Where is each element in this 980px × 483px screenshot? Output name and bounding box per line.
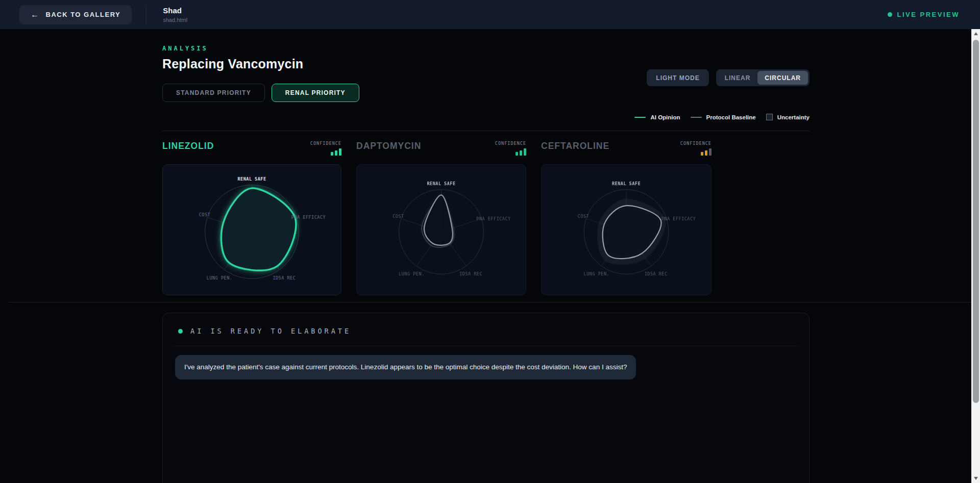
header-divider — [162, 131, 810, 131]
drug-cards-row: LINEZOLID CONFIDENCE RENAL SAFEPNA EFFIC… — [162, 141, 810, 295]
axis-label: COST — [393, 214, 404, 219]
axis-label: LUNG PEN. — [399, 271, 425, 276]
confidence-bars-icon — [680, 148, 712, 156]
legend-label: Protocol Baseline — [706, 114, 756, 120]
live-preview-label: LIVE PREVIEW — [897, 11, 960, 18]
axis-label: COST — [578, 214, 589, 219]
scrollbar-up-arrow-icon[interactable] — [974, 32, 978, 35]
topbar: ← BACK TO GALLERY Shad shad.html LIVE PR… — [0, 0, 980, 29]
legend-label: Uncertainty — [777, 114, 810, 120]
confidence-bar — [705, 150, 707, 156]
drug-name: LINEZOLID — [162, 141, 214, 151]
confidence-bars-icon — [495, 148, 526, 156]
drug-name: DAPTOMYCIN — [356, 141, 421, 151]
ai-message-bubble: I've analyzed the patient's case against… — [175, 355, 636, 379]
radar-chart-linezolid: RENAL SAFEPNA EFFICACYIDSA RECLUNG PEN.C… — [162, 164, 341, 295]
standard-priority-button[interactable]: STANDARD PRIORITY — [162, 84, 265, 102]
ai-opinion-path — [424, 195, 453, 245]
axis-label: IDSA REC — [273, 275, 296, 281]
confidence-label: CONFIDENCE — [310, 141, 341, 146]
priority-buttons: STANDARD PRIORITY RENAL PRIORITY — [162, 84, 810, 102]
confidence-bar — [331, 152, 333, 156]
radar-chart-daptomycin: RENAL SAFEPNA EFFICACYIDSA RECLUNG PEN.C… — [356, 164, 526, 295]
page-filename: shad.html — [163, 17, 187, 23]
chart-legend: AI Opinion Protocol Baseline Uncertainty — [162, 114, 810, 120]
scrollbar-down-arrow-icon[interactable] — [974, 477, 978, 480]
main-area: ANALYSIS Replacing Vancomycin LIGHT MODE… — [0, 29, 971, 483]
radar-chart-ceftaroline: RENAL SAFEPNA EFFICACYIDSA RECLUNG PEN.C… — [541, 164, 712, 295]
legend-ai-opinion: AI Opinion — [634, 114, 680, 120]
topbar-divider — [146, 6, 146, 24]
protocol-baseline-line-swatch — [691, 117, 702, 118]
legend-label: AI Opinion — [650, 114, 680, 120]
drug-card-ceftaroline[interactable]: CEFTAROLINE CONFIDENCE RENAL SAFEPNA EFF… — [541, 141, 712, 295]
confidence-bar — [520, 150, 522, 156]
confidence-label: CONFIDENCE — [495, 141, 526, 146]
back-to-gallery-button[interactable]: ← BACK TO GALLERY — [19, 5, 132, 24]
ai-ready-dot-icon — [178, 329, 183, 334]
axis-label: PNA EFFICACY — [662, 216, 696, 221]
drug-name: CEFTAROLINE — [541, 141, 609, 151]
renal-priority-button[interactable]: RENAL PRIORITY — [272, 84, 359, 102]
topbar-titles: Shad shad.html — [163, 6, 187, 23]
axis-label: IDSA REC — [459, 271, 482, 276]
confidence-bar — [516, 152, 518, 156]
legend-uncertainty: Uncertainty — [766, 114, 810, 120]
chat-status-header: AI IS READY TO ELABORATE — [174, 313, 798, 346]
confidence-label: CONFIDENCE — [680, 141, 712, 146]
light-mode-button[interactable]: LIGHT MODE — [647, 69, 708, 86]
axis-label: RENAL SAFE — [427, 181, 455, 186]
back-arrow-icon: ← — [31, 10, 40, 19]
legend-protocol-baseline: Protocol Baseline — [691, 114, 756, 120]
scrollbar-thumb[interactable] — [973, 40, 979, 403]
confidence-bars-icon — [310, 148, 341, 156]
axis-label: LUNG PEN. — [207, 275, 233, 281]
axis-label: PNA EFFICACY — [476, 216, 510, 221]
toggle-option-linear[interactable]: LINEAR — [718, 71, 758, 85]
drug-card-linezolid[interactable]: LINEZOLID CONFIDENCE RENAL SAFEPNA EFFIC… — [162, 141, 341, 295]
view-controls: LIGHT MODE LINEAR CIRCULAR — [647, 69, 810, 86]
axis-label: RENAL SAFE — [237, 176, 266, 182]
page-title: Shad — [163, 6, 187, 15]
axis-label: PNA EFFICACY — [291, 215, 326, 220]
live-dot-icon — [888, 12, 892, 17]
drug-card-daptomycin[interactable]: DAPTOMYCIN CONFIDENCE RENAL SAFEPNA EFFI… — [356, 141, 526, 295]
confidence-bar — [339, 148, 341, 156]
page-scrollbar[interactable] — [971, 29, 980, 483]
confidence-bar — [709, 148, 712, 156]
chat-status-label: AI IS READY TO ELABORATE — [190, 327, 351, 335]
ai-opinion-line-swatch — [634, 117, 646, 118]
section-divider — [9, 302, 971, 302]
axis-label: IDSA REC — [645, 271, 668, 276]
confidence-bar — [335, 150, 337, 156]
ai-chat-panel: AI IS READY TO ELABORATE I've analyzed t… — [162, 313, 810, 483]
live-preview-badge: LIVE PREVIEW — [888, 11, 960, 18]
layout-toggle: LINEAR CIRCULAR — [716, 69, 810, 86]
axis-label: COST — [199, 212, 210, 217]
axis-label: LUNG PEN. — [584, 271, 610, 276]
confidence-bar — [701, 152, 703, 156]
confidence-bar — [524, 148, 526, 156]
back-button-label: BACK TO GALLERY — [46, 11, 121, 18]
toggle-option-circular[interactable]: CIRCULAR — [757, 71, 808, 85]
analysis-eyebrow: ANALYSIS — [162, 45, 810, 52]
uncertainty-square-swatch — [766, 114, 773, 120]
axis-label: RENAL SAFE — [612, 181, 641, 186]
